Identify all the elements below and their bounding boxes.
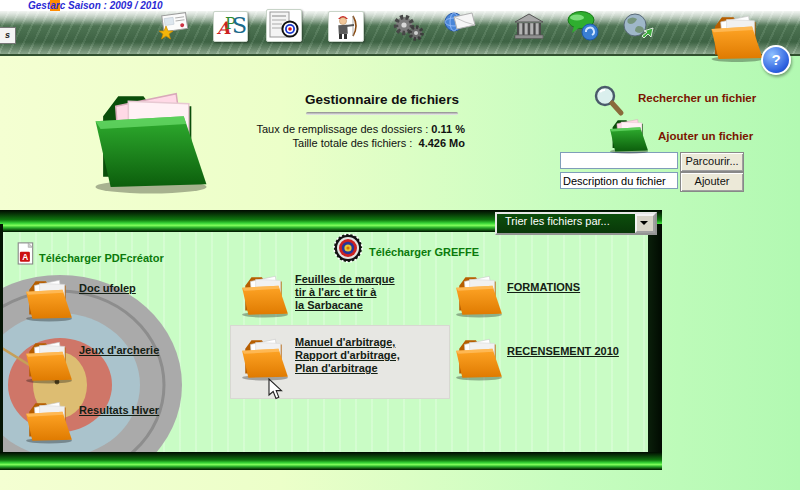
folder-icon-jeux-archerie[interactable]: [23, 338, 75, 384]
chevron-down-icon: [640, 221, 648, 229]
scores-target-icon[interactable]: [266, 9, 302, 42]
folder-icon-resultats-hiver[interactable]: [23, 398, 75, 444]
download-pdfcreator-link[interactable]: Télécharger PDFcréator: [39, 252, 164, 264]
sort-files-dropdown[interactable]: Trier les fichiers par...: [495, 212, 657, 235]
greffe-target-icon[interactable]: [333, 233, 363, 263]
download-greffe-link[interactable]: Télécharger GREFFE: [369, 246, 479, 258]
folder-link-jeux-archerie[interactable]: Jeux d'archerie: [79, 344, 159, 357]
browse-button[interactable]: Parcourir...: [680, 152, 744, 172]
heading-divider: [306, 112, 458, 115]
sort-dropdown-value: Trier les fichiers par...: [505, 215, 610, 227]
title-highlight: ar: [50, 0, 59, 11]
fill-rate-stat: Taux de remplissage des dossiers : 0.11 …: [180, 122, 465, 136]
folder-link-doc-ufolep[interactable]: Doc ufolep: [79, 282, 136, 295]
licence-card-icon[interactable]: [156, 9, 196, 43]
pdf-file-icon[interactable]: A: [16, 241, 36, 267]
panel-right-border: [648, 224, 662, 460]
mouse-cursor: [268, 378, 285, 400]
file-description-input[interactable]: [560, 172, 678, 189]
search-file-link[interactable]: Rechercher un fichier: [638, 92, 756, 104]
web-globe-icon[interactable]: [620, 11, 656, 41]
add-file-button[interactable]: Ajouter: [680, 172, 744, 192]
dropdown-arrow-button[interactable]: [635, 214, 655, 233]
file-path-input[interactable]: [560, 152, 678, 169]
folder-link-arbitrage[interactable]: Manuel d'arbitrage, Rapport d'arbitrage,…: [295, 336, 400, 375]
panel-interior: A Télécharger PDFcréator Télécharger GRE…: [3, 232, 648, 452]
archer-icon[interactable]: [328, 11, 364, 42]
mail-globe-icon[interactable]: [442, 11, 478, 41]
add-file-folder-icon[interactable]: [606, 116, 652, 154]
folder-icon-recensement[interactable]: [453, 335, 505, 381]
svg-text:S: S: [232, 13, 247, 38]
folder-icon-formations[interactable]: [453, 272, 505, 318]
folder-link-resultats-hiver[interactable]: Resultats Hiver: [79, 404, 159, 417]
help-icon[interactable]: ?: [761, 45, 791, 75]
folder-icon-feuilles-marque[interactable]: [239, 272, 291, 318]
app-window: Gestarc Saison : 2009 / 2010 s A P S: [0, 0, 800, 490]
folder-link-feuilles-marque[interactable]: Feuilles de marque tir à l'arc et tir à …: [295, 273, 395, 312]
partial-left-button[interactable]: s: [0, 27, 16, 44]
folder-link-formations[interactable]: FORMATIONS: [507, 281, 580, 294]
chat-bubbles-icon[interactable]: [566, 10, 602, 42]
files-folder-icon[interactable]: [708, 5, 766, 69]
aps-logo-icon[interactable]: A P S: [213, 11, 248, 42]
total-size-value: 4.426 Mo: [419, 137, 465, 149]
stats-block: Taux de remplissage des dossiers : 0.11 …: [180, 122, 465, 150]
add-file-link[interactable]: Ajouter un fichier: [658, 130, 753, 142]
panel-bottom-bar: [0, 452, 662, 470]
page-title: Gestionnaire de fichiers: [262, 92, 502, 107]
fill-rate-value: 0.11 %: [431, 123, 465, 135]
app-title: Gestarc Saison : 2009 / 2010: [28, 0, 163, 11]
file-manager-folder-image: [88, 82, 214, 196]
folder-icon-doc-ufolep[interactable]: [23, 276, 75, 322]
gears-icon[interactable]: [391, 12, 427, 42]
total-size-stat: Taille totale des fichiers : 4.426 Mo: [180, 136, 465, 150]
svg-text:A: A: [22, 252, 28, 262]
files-panel: A Télécharger PDFcréator Télécharger GRE…: [0, 210, 662, 470]
folder-icon-arbitrage[interactable]: [239, 335, 291, 381]
club-building-icon[interactable]: [512, 11, 546, 41]
folder-link-recensement[interactable]: RECENSEMENT 2010: [507, 345, 619, 358]
